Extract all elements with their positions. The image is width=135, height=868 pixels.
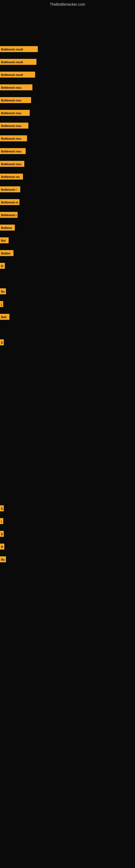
site-title: TheBottlenecker.com	[0, 0, 135, 8]
bar-label: Bottleneck r	[0, 186, 20, 192]
bar-label: Bot	[0, 237, 9, 243]
bar-label: Bottlene	[0, 225, 15, 230]
bar-item: Bo	[0, 288, 6, 294]
bar-label: |	[0, 301, 3, 307]
bar-label: Bo	[0, 556, 6, 562]
bar-item: Bottleneck resu	[0, 97, 31, 103]
site-title-text: TheBottlenecker.com	[50, 2, 85, 6]
bar-label: Bottleneck r	[0, 212, 17, 218]
bar-label: Bottleneck re	[0, 199, 19, 205]
bar-label: Bottlen	[0, 250, 13, 256]
bar-label: Bottleneck resu	[0, 123, 28, 129]
bar-item: Bottleneck result	[0, 46, 38, 52]
bar-item: Bottleneck resu	[0, 123, 28, 129]
bar-label: Bottleneck resu	[0, 148, 26, 154]
bar-item: Bottlen	[0, 250, 13, 256]
bar-item: B	[0, 544, 4, 550]
bar-item: Bottleneck result	[0, 59, 37, 65]
bar-item: Bottleneck resu	[0, 148, 26, 154]
bar-label: E	[0, 531, 4, 537]
bar-label: B	[0, 544, 4, 550]
bar-label: Bottleneck resu	[0, 84, 32, 90]
bar-label: E	[0, 339, 4, 345]
bar-item: E	[0, 505, 4, 511]
bar-item: Bottleneck r	[0, 186, 20, 192]
bar-item: Bottleneck result	[0, 72, 35, 78]
bar-chart-container: Bottleneck resultBottleneck resultBottle…	[0, 8, 135, 868]
bar-label: |	[0, 518, 3, 524]
bar-label: Bottleneck result	[0, 59, 37, 65]
bar-item: E	[0, 339, 4, 345]
bar-item: Bottleneck resu	[0, 161, 24, 167]
bar-item: Bottleneck resu	[0, 110, 30, 116]
bar-label: Bott	[0, 314, 9, 320]
bar-item: |	[0, 301, 3, 307]
bar-item: E	[0, 531, 4, 537]
bar-label: E	[0, 505, 4, 511]
bar-item: Bottleneck r	[0, 212, 17, 218]
bar-label: Bottleneck resu	[0, 161, 24, 167]
bar-label: Bottleneck resu	[0, 97, 31, 103]
bar-item: Bott	[0, 314, 9, 320]
bar-item: Bot	[0, 237, 9, 243]
bar-label: B	[0, 263, 5, 269]
bar-label: Bottleneck res	[0, 174, 23, 180]
bar-item: B	[0, 263, 5, 269]
bar-item: |	[0, 518, 3, 524]
bar-item: Bottlene	[0, 225, 15, 230]
bar-item: Bottleneck resu	[0, 135, 27, 141]
bar-item: Bottleneck re	[0, 199, 19, 205]
bar-label: Bottleneck resu	[0, 110, 30, 116]
bar-item: Bo	[0, 556, 6, 562]
bar-label: Bottleneck result	[0, 46, 38, 52]
bar-label: Bottleneck result	[0, 72, 35, 78]
bar-item: Bottleneck resu	[0, 84, 32, 90]
bar-label: Bottleneck resu	[0, 135, 27, 141]
bar-label: Bo	[0, 288, 6, 294]
bar-item: Bottleneck res	[0, 174, 23, 180]
